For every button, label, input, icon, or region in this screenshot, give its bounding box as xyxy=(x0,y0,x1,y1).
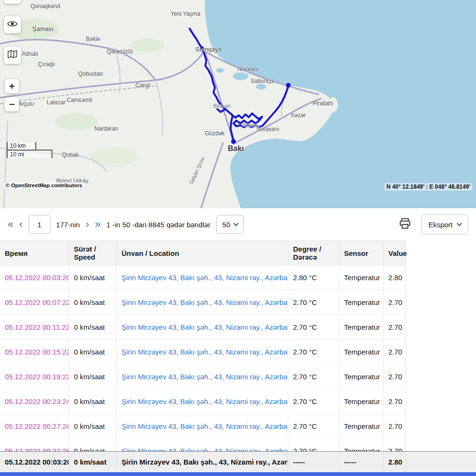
summary-time: 05.12.2022 00:03:20 xyxy=(0,452,69,472)
table-row[interactable]: 05.12.2022 00:03:20 0 km/saat Şirin Mirz… xyxy=(0,265,406,290)
cell-address-link[interactable]: Şirin Mirzəyev 43, Bakı şəh., 43, Nizami… xyxy=(117,439,288,451)
cell-sensor: Temperatur xyxy=(339,389,384,414)
total-pages-label: 177-nin xyxy=(56,221,80,229)
zoom-out-button[interactable]: − xyxy=(5,97,19,111)
cell-speed: 0 km/saat xyxy=(69,414,117,438)
cell-speed: 0 km/saat xyxy=(69,365,117,389)
visibility-toggle-button[interactable] xyxy=(4,16,21,33)
cell-degree: 2.70 °C xyxy=(288,290,339,314)
eye-icon xyxy=(7,20,18,30)
export-button-label: Eksport xyxy=(428,221,453,229)
folded-map-icon xyxy=(7,50,18,61)
selected-row-summary: 05.12.2022 00:03:20 0 km/saat Şirin Mirz… xyxy=(0,451,476,472)
cell-time: 05.12.2022 00:23:24 xyxy=(0,389,69,414)
cell-degree: 2.70 °C xyxy=(288,365,339,389)
table-header: Время Sürət / Speed Ünvan / Location Deg… xyxy=(0,241,406,265)
header-value: Value xyxy=(384,241,406,265)
header-sensor: Sensor xyxy=(339,241,384,265)
cell-time: 05.12.2022 00:15:22 xyxy=(0,340,69,364)
print-button[interactable] xyxy=(399,218,411,231)
last-page-button[interactable]: » xyxy=(95,219,101,230)
cell-value: 2.70 xyxy=(384,315,406,339)
table-row[interactable]: 05.12.2022 00:07:22 0 km/saat Şirin Mirz… xyxy=(0,290,406,315)
cell-sensor: Temperatur xyxy=(339,315,384,339)
cell-time: 05.12.2022 00:11:22 xyxy=(0,315,69,339)
coordinates-readout: N 40° 12.1849' : E 048° 46.8149' xyxy=(385,183,472,191)
map-scale-control: 10 km 10 mi xyxy=(7,142,52,158)
header-speed: Sürət / Speed xyxy=(69,241,117,265)
cell-speed: 0 km/saat xyxy=(69,439,117,451)
cell-address-link[interactable]: Şirin Mirzəyev 43, Bakı şəh., 43, Nizami… xyxy=(117,414,288,438)
map-canvas[interactable]: Qonaqkənd Yeni Yaşma Şamaxı Bəklə Qaracü… xyxy=(0,0,476,208)
cell-time: 05.12.2022 00:07:22 xyxy=(0,290,69,314)
header-degree: Degree / Dərəcə xyxy=(288,241,339,265)
cell-address-link[interactable]: Şirin Mirzəyev 43, Bakı şəh., 43, Nizami… xyxy=(117,265,288,290)
table-row[interactable]: 05.12.2022 00:27:24 0 km/saat Şirin Mirz… xyxy=(0,414,406,439)
zoom-in-button[interactable]: + xyxy=(5,79,19,93)
table-row[interactable]: 05.12.2022 00:19:22 0 km/saat Şirin Mirz… xyxy=(0,365,406,389)
page-size-select[interactable]: 50 xyxy=(216,215,244,234)
minus-icon: − xyxy=(9,99,15,110)
table-row[interactable]: 05.12.2022 00:11:22 0 km/saat Şirin Mirz… xyxy=(0,315,406,340)
cell-degree: 2.70 °C xyxy=(288,340,339,364)
chevron-down-icon xyxy=(233,221,238,226)
cell-speed: 0 km/saat xyxy=(69,389,117,414)
cell-value: 2.70 xyxy=(384,365,406,389)
export-button[interactable]: Eksport xyxy=(421,214,468,234)
summary-speed: 0 km/saat xyxy=(69,452,117,472)
cell-degree: 2.70 °C xyxy=(288,439,339,451)
cell-time: 05.12.2022 00:03:20 xyxy=(0,265,69,290)
cell-time: 05.12.2022 00:19:22 xyxy=(0,365,69,389)
summary-degree: ----- xyxy=(288,452,339,472)
track-endpoint-marker xyxy=(286,83,291,88)
cell-speed: 0 km/saat xyxy=(69,340,117,364)
next-page-button[interactable]: › xyxy=(86,219,89,230)
table-row[interactable]: 05.12.2022 00:31:26 0 km/saat Şirin Mirz… xyxy=(0,439,406,451)
map-basemap xyxy=(0,0,476,208)
cell-sensor: Temperatur xyxy=(339,265,384,290)
horizontal-scrollbar[interactable] xyxy=(0,472,476,476)
cell-address-link[interactable]: Şirin Mirzəyev 43, Bakı şəh., 43, Nizami… xyxy=(117,365,288,389)
prev-page-button[interactable]: ‹ xyxy=(19,219,22,230)
cell-value: 2.70 xyxy=(384,414,406,438)
cell-address-link[interactable]: Şirin Mirzəyev 43, Bakı şəh., 43, Nizami… xyxy=(117,340,288,364)
cell-degree: 2.70 °C xyxy=(288,315,339,339)
cell-address-link[interactable]: Şirin Mirzəyev 43, Bakı şəh., 43, Nizami… xyxy=(117,315,288,339)
page-number-input[interactable] xyxy=(29,215,51,234)
cell-value: 2.80 xyxy=(384,265,406,290)
cell-sensor: Temperatur xyxy=(339,414,384,438)
records-range-label: 1 -in 50 -dan 8845 qədər bəndlər xyxy=(106,221,211,229)
cell-value: 2.70 xyxy=(384,290,406,314)
cell-time: 05.12.2022 00:31:26 xyxy=(0,439,69,451)
map-attribution: © OpenStreetMap contributors xyxy=(4,182,84,189)
cell-address-link[interactable]: Şirin Mirzəyev 43, Bakı şəh., 43, Nizami… xyxy=(117,290,288,314)
track-sumqayit-marker xyxy=(200,46,204,50)
table-row[interactable]: 05.12.2022 00:23:24 0 km/saat Şirin Mirz… xyxy=(0,389,406,414)
table-row[interactable]: 05.12.2022 00:15:22 0 km/saat Şirin Mirz… xyxy=(0,340,406,365)
printer-icon xyxy=(399,218,411,231)
header-location: Ünvan / Location xyxy=(117,241,288,265)
cell-speed: 0 km/saat xyxy=(69,265,117,290)
summary-sensor: ----- xyxy=(339,452,384,472)
summary-address: Şirin Mirzəyev 43, Bakı şəh., 43, Nizami… xyxy=(117,452,288,472)
first-page-button[interactable]: « xyxy=(8,219,13,230)
cell-sensor: Temperatur xyxy=(339,340,384,364)
cell-time: 05.12.2022 00:27:24 xyxy=(0,414,69,438)
map-control-partial[interactable] xyxy=(4,0,21,4)
cell-speed: 0 km/saat xyxy=(69,290,117,314)
chevron-down-icon xyxy=(456,221,462,226)
cell-address-link[interactable]: Şirin Mirzəyev 43, Bakı şəh., 43, Nizami… xyxy=(117,389,288,414)
track-baku-marker xyxy=(231,139,236,144)
plus-icon: + xyxy=(9,81,15,92)
summary-value: 2.80 xyxy=(384,452,406,472)
pagination-bar: « ‹ 177-nin › » 1 -in 50 -dan 8845 qədər… xyxy=(0,208,476,241)
map-layers-button[interactable] xyxy=(4,47,21,64)
cell-value: 2.70 xyxy=(384,340,406,364)
header-time: Время xyxy=(0,241,69,265)
cell-value: 2.70 xyxy=(384,439,406,451)
cell-degree: 2.80 °C xyxy=(288,265,339,290)
page-size-value: 50 xyxy=(222,221,230,229)
cell-sensor: Temperatur xyxy=(339,290,384,314)
cell-sensor: Temperatur xyxy=(339,439,384,451)
cell-speed: 0 km/saat xyxy=(69,315,117,339)
